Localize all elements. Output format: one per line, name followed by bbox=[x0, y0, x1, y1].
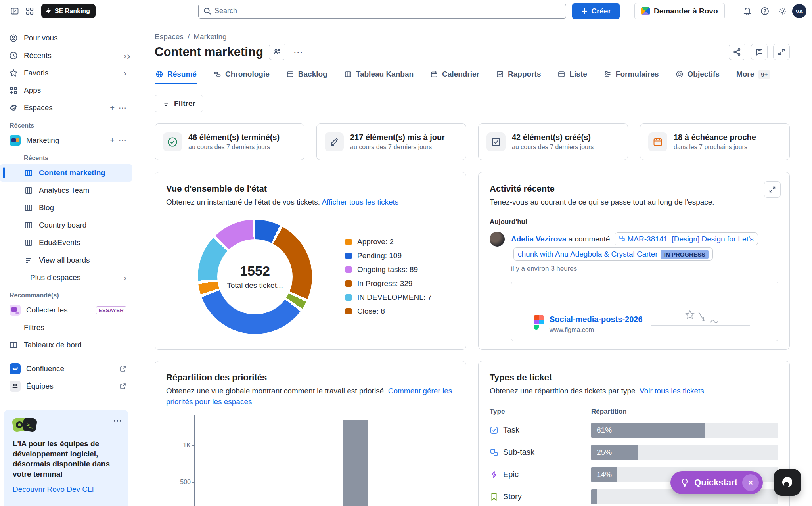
quickstart-button[interactable]: Quickstart × bbox=[670, 471, 763, 494]
breadcrumb-spaces[interactable]: Espaces bbox=[155, 33, 184, 41]
chevron-right-icon[interactable]: › bbox=[124, 273, 126, 282]
notifications-icon[interactable] bbox=[740, 4, 755, 19]
settings-icon[interactable] bbox=[775, 4, 790, 19]
quickstart-close-icon[interactable]: × bbox=[742, 474, 759, 491]
promo-more-icon[interactable]: ⋯ bbox=[113, 416, 122, 426]
target-icon bbox=[676, 70, 684, 78]
brand-logo[interactable]: SE Ranking bbox=[41, 4, 96, 18]
space-more-icon[interactable]: ⋯ bbox=[119, 136, 126, 145]
sidebar-item-for-you[interactable]: Pour vous bbox=[0, 29, 132, 47]
stat-card-updated[interactable]: 217 élément(s) mis à jour au cours des 7… bbox=[316, 123, 466, 160]
fullscreen-button[interactable] bbox=[773, 44, 790, 60]
share-button[interactable] bbox=[729, 44, 745, 60]
column-repartition: Répartition bbox=[591, 408, 627, 416]
dashboard-icon bbox=[9, 341, 18, 349]
ask-rovo-button[interactable]: Demander à Rovo bbox=[634, 3, 725, 19]
board-icon bbox=[24, 169, 33, 177]
app-switcher-icon[interactable] bbox=[22, 4, 37, 19]
user-avatar[interactable]: VA bbox=[792, 4, 806, 18]
search-input[interactable] bbox=[198, 4, 566, 19]
sidebar-board-country-board[interactable]: Country board bbox=[0, 217, 132, 234]
calendar-icon bbox=[430, 70, 438, 78]
create-button[interactable]: Créer bbox=[572, 3, 620, 19]
card-title: Types de ticket bbox=[490, 372, 778, 383]
donut-total: 1552 bbox=[240, 263, 270, 279]
recommended-section-label: Recommandé(s) bbox=[0, 286, 132, 301]
tab-resume[interactable]: Résumé bbox=[155, 66, 197, 84]
search-icon bbox=[203, 7, 212, 15]
chart-icon bbox=[496, 70, 504, 78]
members-button[interactable] bbox=[269, 44, 285, 60]
card-title: Répartition des priorités bbox=[166, 372, 455, 383]
table-row: Task 61% bbox=[490, 423, 778, 438]
tab-calendrier[interactable]: Calendrier bbox=[429, 66, 480, 84]
tab-backlog[interactable]: Backlog bbox=[285, 66, 328, 84]
sidebar-item-label: Apps bbox=[24, 86, 126, 95]
view-all-tickets-link[interactable]: Afficher tous les tickets bbox=[322, 198, 398, 206]
tab-chronologie[interactable]: Chronologie bbox=[213, 66, 270, 84]
chevron-right-icon[interactable]: › bbox=[124, 69, 126, 78]
activity-expand-button[interactable] bbox=[764, 181, 781, 198]
commenter-name[interactable]: Adelia Vezirova bbox=[511, 235, 566, 243]
breadcrumb-marketing[interactable]: Marketing bbox=[193, 33, 226, 41]
tab-more[interactable]: More 9+ bbox=[735, 66, 772, 84]
epic-icon bbox=[490, 470, 498, 479]
sidebar-item-starred[interactable]: Favoris › bbox=[0, 64, 132, 82]
help-icon[interactable] bbox=[757, 4, 772, 19]
sidebar-space-marketing[interactable]: Marketing +⋯ bbox=[0, 132, 132, 149]
view-all-tickets-link[interactable]: Voir tous les tickets bbox=[640, 387, 704, 395]
legend-item: Pending: 109 bbox=[345, 251, 437, 260]
attachment-title[interactable]: Social-media-posts-2026 bbox=[550, 315, 643, 324]
sidebar-expand-chevron[interactable]: › bbox=[127, 50, 130, 62]
stat-card-done[interactable]: 46 élément(s) terminé(s) au cours des 7 … bbox=[155, 123, 304, 160]
clock-icon bbox=[9, 51, 18, 60]
figma-attachment-card[interactable]: Social-media-posts-2026 www.figma.com bbox=[511, 282, 778, 341]
search-bar bbox=[198, 4, 566, 19]
board-label: Analytics Team bbox=[39, 186, 126, 195]
activity-time: il y a environ 3 heures bbox=[511, 265, 773, 273]
stat-card-created[interactable]: 42 élément(s) créé(s) au cours des 7 der… bbox=[478, 123, 628, 160]
commenter-avatar[interactable] bbox=[490, 232, 505, 247]
sidebar-more-spaces[interactable]: Plus d'espaces › bbox=[0, 269, 132, 286]
y-tick-500: 500 bbox=[180, 479, 191, 486]
terminal-icon: >_ bbox=[22, 417, 37, 432]
sidebar-item-recents[interactable]: Récents › bbox=[0, 47, 132, 64]
tab-kanban[interactable]: Tableau Kanban bbox=[343, 66, 414, 84]
sidebar-item-spaces[interactable]: Espaces +⋯ bbox=[0, 99, 132, 117]
tab-liste[interactable]: Liste bbox=[557, 66, 588, 84]
feedback-button[interactable] bbox=[751, 44, 768, 60]
card-title: Activité récente bbox=[490, 184, 778, 194]
activity-day-label: Aujourd'hui bbox=[490, 218, 778, 226]
sidebar-item-collect[interactable]: Collecter les ... ESSAYER bbox=[0, 301, 132, 319]
sidebar-item-apps[interactable]: Apps bbox=[0, 82, 132, 99]
chevron-right-icon[interactable]: › bbox=[124, 51, 126, 60]
sidebar-view-all-boards[interactable]: View all boards bbox=[0, 251, 132, 269]
sidebar-board-edu-events[interactable]: Edu&Events bbox=[0, 234, 132, 251]
sidebar-board-analytics-team[interactable]: Analytics Team bbox=[0, 182, 132, 199]
tab-rapports[interactable]: Rapports bbox=[495, 66, 542, 84]
tab-formulaires[interactable]: Formulaires bbox=[603, 66, 660, 84]
tab-objectifs[interactable]: Objectifs bbox=[675, 66, 720, 84]
sidebar-item-filters[interactable]: Filtres bbox=[0, 319, 132, 336]
status-donut-chart: 1552 Total des ticket... bbox=[198, 220, 312, 334]
sidebar-board-blog[interactable]: Blog bbox=[0, 199, 132, 217]
add-board-icon[interactable]: + bbox=[110, 136, 115, 145]
subtask-icon bbox=[490, 448, 498, 457]
spaces-more-icon[interactable]: ⋯ bbox=[119, 103, 126, 113]
sidebar-item-teams[interactable]: Équipes bbox=[0, 378, 132, 395]
title-more-icon[interactable]: ⋯ bbox=[291, 46, 305, 58]
y-tick-1k: 1K bbox=[183, 442, 191, 449]
promo-link[interactable]: Découvrir Rovo Dev CLI bbox=[13, 485, 94, 494]
sidebar-item-confluence[interactable]: Confluence bbox=[0, 360, 132, 378]
sidebar-board-content-marketing[interactable]: Content marketing bbox=[0, 164, 132, 182]
stat-card-due-soon[interactable]: 18 à échéance proche dans les 7 prochain… bbox=[640, 123, 790, 160]
list-icon bbox=[24, 256, 33, 264]
star-icon bbox=[9, 69, 18, 77]
rovo-chat-button[interactable] bbox=[774, 469, 801, 496]
space-name: Marketing bbox=[26, 136, 104, 145]
sidebar-item-dashboards[interactable]: Tableaux de bord bbox=[0, 336, 132, 354]
collapse-sidebar-icon[interactable] bbox=[7, 4, 22, 19]
add-space-icon[interactable]: + bbox=[110, 104, 115, 113]
brand-name: SE Ranking bbox=[55, 8, 90, 15]
filter-button[interactable]: Filtrer bbox=[155, 95, 203, 112]
